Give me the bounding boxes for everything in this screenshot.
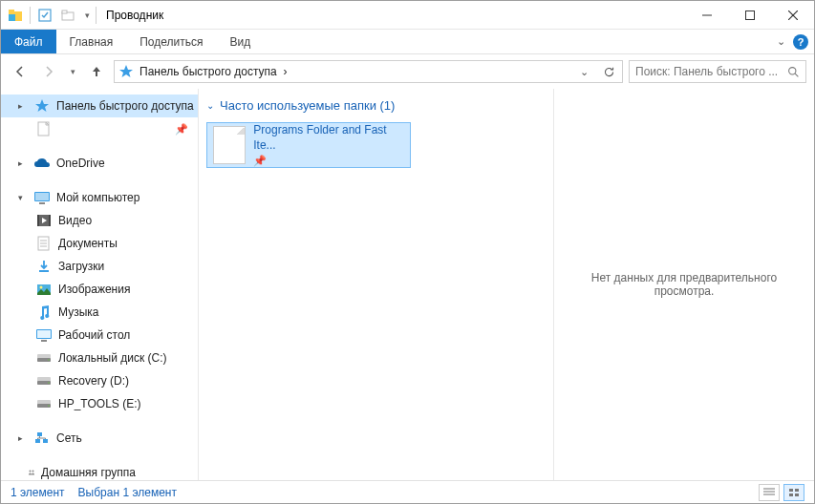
help-icon[interactable]: ? [793,34,808,50]
sidebar-label: Панель быстрого доступа [56,99,194,113]
separator [30,7,31,24]
network-icon [33,430,51,447]
folder-list-pane[interactable]: ⌄ Часто используемые папки (1) Programs … [199,89,554,480]
svg-point-31 [48,359,50,361]
sidebar-item-video[interactable]: Видео [1,209,198,232]
search-icon [787,66,800,78]
recent-dropdown-icon[interactable]: ▾ [66,60,79,83]
quick-access-toolbar: ▾ [1,5,94,26]
qat-newfolder-icon[interactable] [57,5,78,26]
chevron-right-icon: ▸ [18,433,28,443]
ribbon-tabs: Файл Главная Поделиться Вид ⌄ ? [1,30,814,54]
drive-icon [35,395,53,412]
sidebar-item-recovery[interactable]: Recovery (D:) [1,369,198,392]
app-icon[interactable] [5,5,26,26]
sidebar-label: Изображения [58,283,130,296]
sidebar-label: Локальный диск (C:) [58,351,167,365]
sidebar-item-quick-access[interactable]: ▸ Панель быстрого доступа [1,94,198,117]
sidebar-label: Музыка [58,305,98,319]
svg-point-41 [30,471,32,472]
content-area: ⌄ Часто используемые папки (1) Programs … [199,89,814,480]
navigation-row: ▾ Панель быстрого доступа › ⌄ Поиск: Пан… [1,54,814,89]
sidebar-item-my-computer[interactable]: ▾ Мой компьютер [1,186,198,209]
svg-rect-2 [9,14,15,21]
svg-point-34 [48,382,50,384]
ribbon-collapse-icon[interactable]: ⌄ [777,35,785,48]
status-bar: 1 элемент Выбран 1 элемент [1,480,814,503]
drive-icon [35,372,53,389]
close-button[interactable] [771,1,814,29]
sidebar-label: Домашняя группа [41,466,136,479]
minimize-button[interactable] [685,1,728,29]
sidebar-label: OneDrive [56,157,105,170]
chevron-right-icon: ▸ [18,101,28,111]
title-bar: ▾ Проводник [1,1,814,30]
sidebar-item-desktop[interactable]: Рабочий стол [1,324,198,346]
tab-home[interactable]: Главная [56,30,127,53]
sidebar-item-hp-tools[interactable]: HP_TOOLS (E:) [1,392,198,415]
up-button[interactable] [85,60,108,83]
maximize-button[interactable] [728,1,771,29]
sidebar-label: Recovery (D:) [58,374,129,388]
file-thumbnail-icon [213,126,246,164]
quick-access-star-icon [118,64,134,79]
svg-point-37 [48,405,50,407]
onedrive-icon [33,155,51,172]
svg-rect-46 [789,489,793,492]
sidebar-label: Мой компьютер [56,191,139,204]
homegroup-icon [18,464,35,480]
sidebar-item-pictures[interactable]: Изображения [1,278,198,301]
pin-icon: 📌 [175,123,188,136]
sidebar-label: Сеть [56,431,82,445]
svg-rect-28 [41,340,47,342]
svg-rect-23 [39,270,49,272]
svg-rect-17 [37,215,39,226]
svg-rect-18 [49,215,51,226]
sidebar-item-onedrive[interactable]: ▸ OneDrive [1,152,198,175]
status-item-count: 1 элемент [11,486,65,499]
chevron-down-icon: ▾ [18,193,28,202]
sidebar-label: Документы [58,237,118,250]
folder-item-selected[interactable]: Programs Folder and Fast Ite... 📌 [206,122,411,168]
sidebar-item-downloads[interactable]: Загрузки [1,255,198,278]
svg-line-11 [795,74,798,76]
preview-pane: Нет данных для предварительного просмотр… [554,89,814,480]
svg-rect-1 [9,10,14,12]
qat-properties-icon[interactable] [34,5,55,26]
tab-share[interactable]: Поделиться [126,30,216,53]
sidebar-item-network[interactable]: ▸ Сеть [1,427,198,450]
sidebar-item-local-c[interactable]: Локальный диск (C:) [1,346,198,369]
forward-button[interactable] [37,60,60,83]
pictures-icon [35,281,53,298]
sidebar-item-music[interactable]: Музыка [1,301,198,324]
svg-rect-27 [37,330,51,338]
group-title: Часто используемые папки (1) [220,98,395,113]
sidebar-item-documents[interactable]: Документы [1,232,198,255]
address-bar[interactable]: Панель быстрого доступа › ⌄ [114,60,623,83]
downloads-icon [35,258,53,275]
navigation-pane: ▸ Панель быстрого доступа 📌 ▸ OneDrive ▾… [1,89,199,480]
tab-view[interactable]: Вид [216,30,264,53]
view-icons-button[interactable] [783,484,804,501]
folder-name: Programs Folder and Fast Ite... [253,123,404,153]
svg-rect-48 [789,494,793,496]
qat-dropdown-icon[interactable]: ▾ [80,5,94,26]
svg-rect-14 [35,193,49,200]
address-dropdown-icon[interactable]: ⌄ [574,61,593,82]
search-input[interactable]: Поиск: Панель быстрого ... [629,60,806,83]
status-selection: Выбран 1 элемент [78,486,177,499]
svg-rect-49 [795,494,799,496]
back-button[interactable] [9,60,32,83]
refresh-button[interactable] [599,61,618,82]
svg-rect-47 [795,489,799,492]
group-header[interactable]: ⌄ Часто используемые папки (1) [206,98,546,113]
sidebar-item-homegroup[interactable]: Домашняя группа [1,461,198,480]
view-details-button[interactable] [759,484,780,501]
svg-rect-5 [62,10,67,13]
sidebar-item-pinned[interactable]: 📌 [1,117,198,140]
computer-icon [33,189,51,206]
svg-rect-40 [35,439,40,443]
window-title: Проводник [106,9,163,22]
svg-rect-15 [39,202,45,204]
tab-file[interactable]: Файл [1,30,56,53]
